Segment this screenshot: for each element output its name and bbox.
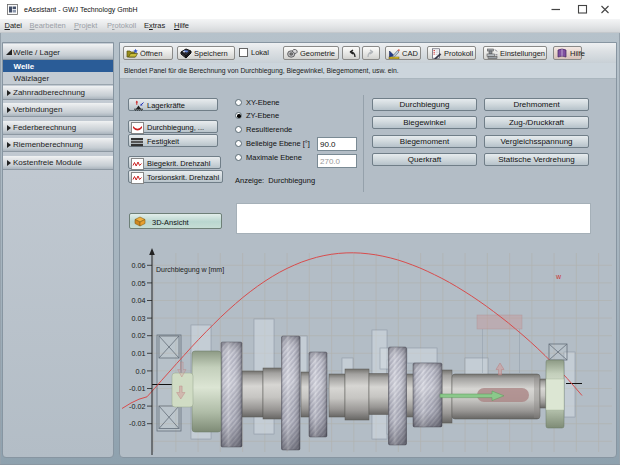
svg-text:-0.03: -0.03 [129,419,145,428]
svg-text:-0.02: -0.02 [129,402,145,411]
svg-text:0.04: 0.04 [132,296,146,305]
svg-text:0.02: 0.02 [132,331,146,340]
svg-text:0.0: 0.0 [136,367,146,376]
svg-text:w: w [555,273,562,280]
svg-text:0.06: 0.06 [132,261,146,270]
svg-text:-0.01: -0.01 [129,384,145,393]
svg-text:0.03: 0.03 [132,314,146,323]
svg-text:Durchbiegung w [mm]: Durchbiegung w [mm] [156,266,224,274]
svg-text:0.05: 0.05 [132,279,146,288]
svg-text:0.01: 0.01 [132,349,146,358]
